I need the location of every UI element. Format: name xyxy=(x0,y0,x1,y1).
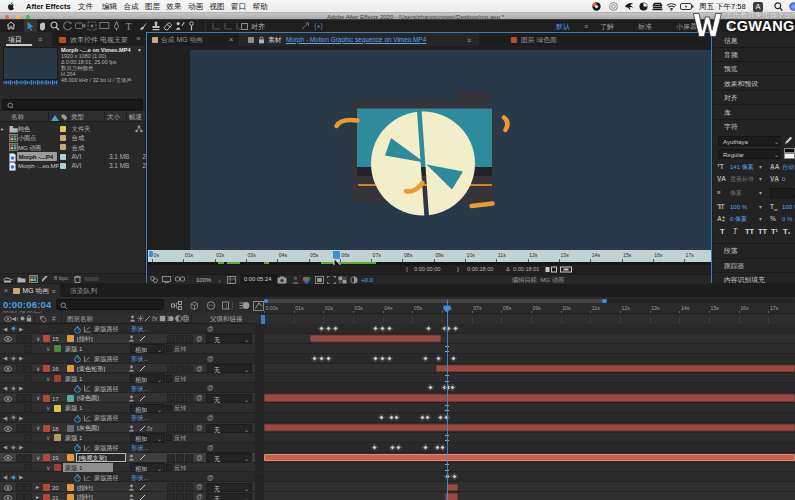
row-label-chip[interactable] xyxy=(60,154,66,160)
time-navigator[interactable] xyxy=(264,298,795,303)
panel-menu-icon[interactable]: ≡ xyxy=(38,36,42,43)
tab-render-queue[interactable]: 渲染队列 xyxy=(70,288,97,295)
char-value-right[interactable]: 自动 xyxy=(782,164,794,170)
keyframe-diamond[interactable] xyxy=(324,355,331,362)
panel-header-音频[interactable]: 音频 xyxy=(713,48,795,62)
layer-duration-bar[interactable] xyxy=(264,394,795,401)
project-row[interactable]: ▸纯色文件夹 xyxy=(0,124,145,133)
mask-color-chip[interactable] xyxy=(54,464,61,471)
mask-mode-select[interactable]: 相加⌄ xyxy=(130,344,165,353)
twirl-icon[interactable]: ∨ xyxy=(46,465,50,471)
keyframe-diamond[interactable] xyxy=(392,414,399,421)
viewer-zoom-value[interactable]: 100% xyxy=(196,277,211,283)
workspace-tab-1[interactable]: 了解 xyxy=(600,23,614,30)
av-cell[interactable] xyxy=(24,424,32,432)
keyframe-diamond[interactable] xyxy=(331,325,338,332)
shy-icon[interactable] xyxy=(205,299,218,311)
snap-checkbox[interactable] xyxy=(241,23,248,30)
draft-3d-icon[interactable] xyxy=(188,299,201,311)
parent-select[interactable]: 无⌄ xyxy=(206,493,252,500)
layer-duration-bar[interactable] xyxy=(447,484,458,491)
kf-nav-current[interactable] xyxy=(10,325,17,332)
kf-nav-prev-icon[interactable]: ◀ xyxy=(3,475,7,481)
switch-cell[interactable] xyxy=(185,424,193,432)
input-source-icon[interactable]: A xyxy=(753,2,763,12)
kf-nav-prev-icon[interactable]: ◀ xyxy=(3,386,7,392)
parent-select[interactable]: 无⌄ xyxy=(206,364,252,373)
tab-layer-viewer-label[interactable]: 图层 绿色圆 xyxy=(521,37,557,44)
keyframe-diamond[interactable] xyxy=(424,325,431,332)
layer-label-chip[interactable] xyxy=(43,365,50,372)
layer-label-chip[interactable] xyxy=(43,454,50,461)
prop-pickwhip-icon[interactable]: @ xyxy=(207,475,214,482)
kf-nav-next-icon[interactable]: ▶ xyxy=(19,475,23,481)
menubar-menu-8[interactable]: 帮助 xyxy=(253,3,268,11)
faux-style-button-5[interactable]: T₁ xyxy=(783,228,791,236)
panel-header-对齐[interactable]: 对齐 xyxy=(713,91,795,105)
traffic-zoom-button[interactable] xyxy=(26,15,30,19)
font-style-select[interactable]: Regular⌄ xyxy=(718,149,781,159)
switch-cell[interactable] xyxy=(185,493,193,500)
tab-menu-icon[interactable]: ≡ xyxy=(52,288,56,295)
char-caret[interactable]: ▾ xyxy=(759,190,762,196)
menubar-menu-1[interactable]: 编辑 xyxy=(102,3,117,11)
av-cell[interactable] xyxy=(24,454,32,462)
char-caret[interactable]: ▾ xyxy=(759,204,762,210)
layer-label-chip[interactable] xyxy=(43,494,50,500)
layer-duration-bar[interactable] xyxy=(436,365,795,372)
av-cell[interactable] xyxy=(16,335,24,343)
kf-nav-next-icon[interactable]: ▶ xyxy=(19,327,23,333)
switch-cell[interactable] xyxy=(176,493,184,500)
parent-pickwhip-icon[interactable]: @ xyxy=(196,425,203,432)
switch-cell[interactable] xyxy=(185,483,193,491)
av-cell[interactable] xyxy=(16,424,24,432)
switch-cell[interactable] xyxy=(176,335,184,343)
invert-checkbox[interactable] xyxy=(166,375,173,382)
keyframe-diamond[interactable] xyxy=(438,444,445,451)
av-cell[interactable] xyxy=(24,404,32,412)
invert-checkbox[interactable] xyxy=(166,464,173,471)
twirl-icon[interactable]: ∨ xyxy=(46,435,50,441)
twirl-icon[interactable]: ▸ xyxy=(36,494,39,500)
mask-color-chip[interactable] xyxy=(54,375,61,382)
kf-nav-current[interactable] xyxy=(10,355,17,362)
kf-nav-next-icon[interactable]: ▶ xyxy=(19,356,23,362)
switch-cell[interactable] xyxy=(167,394,175,402)
footage-ruler-scroll-dot[interactable] xyxy=(149,251,153,257)
keyframe-diamond[interactable] xyxy=(451,325,458,332)
av-cell[interactable] xyxy=(24,365,32,373)
twirl-icon[interactable]: ∨ xyxy=(46,405,50,411)
keyframe-diamond[interactable] xyxy=(421,355,428,362)
tab-project[interactable]: 项目≡ xyxy=(0,32,52,46)
footage-time-ruler[interactable]: 0s01s02s03s04s05s06s07s08s09s10s11s12s13… xyxy=(148,250,711,262)
layer-label-chip[interactable] xyxy=(43,425,50,432)
mask-color-chip[interactable] xyxy=(54,345,61,352)
keyframe-diamond[interactable] xyxy=(371,325,378,332)
keyframe-diamond[interactable] xyxy=(378,325,385,332)
char-caret[interactable]: ▾ xyxy=(759,176,762,182)
mask-color-chip[interactable] xyxy=(54,434,61,441)
switch-cell[interactable] xyxy=(167,483,175,491)
panel-header-段落[interactable]: 段落 xyxy=(713,243,795,257)
parent-select[interactable]: 无⌄ xyxy=(206,453,252,462)
frame-blend-icon[interactable] xyxy=(221,299,234,311)
faux-style-button-0[interactable]: T xyxy=(720,228,725,236)
menubar-menu-2[interactable]: 合成 xyxy=(124,3,139,11)
navigator-start-handle[interactable] xyxy=(264,299,268,303)
mask-color-chip[interactable] xyxy=(54,405,61,412)
keyframe-diamond[interactable] xyxy=(421,444,428,451)
kf-nav-next-icon[interactable]: ▶ xyxy=(19,386,23,392)
prop-value-link[interactable]: 形状... xyxy=(131,326,149,332)
char-value-right[interactable]: 100 % xyxy=(782,204,795,210)
switch-cell[interactable] xyxy=(176,483,184,491)
parent-select[interactable]: 无⌄ xyxy=(206,334,252,343)
twirl-icon[interactable]: ▸ xyxy=(36,484,39,490)
prop-pickwhip-icon[interactable]: @ xyxy=(207,356,214,363)
char-value-right[interactable]: 0 % xyxy=(782,216,792,222)
project-col-size[interactable]: 大小 xyxy=(107,114,120,121)
shape-tool[interactable] xyxy=(97,20,110,32)
layer-label-chip[interactable] xyxy=(43,335,50,342)
layer-label-chip[interactable] xyxy=(43,484,50,491)
invert-checkbox[interactable] xyxy=(166,345,173,352)
keyframe-diamond[interactable] xyxy=(317,355,324,362)
